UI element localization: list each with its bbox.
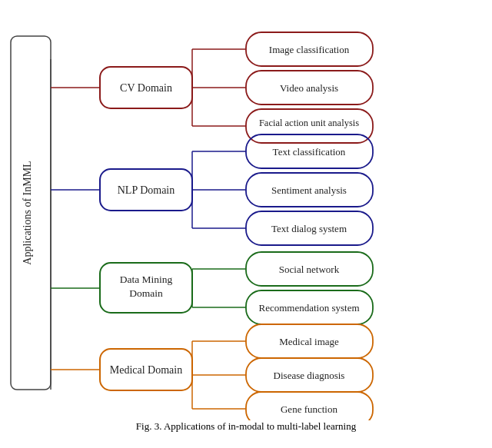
nlp-domain-label: NLP Domain — [118, 184, 175, 196]
cv-item1-label: Image classification — [269, 44, 350, 55]
cv-item2-label: Video analysis — [280, 82, 338, 94]
figure-caption: Fig. 3. Applications of in-modal to mult… — [8, 420, 484, 433]
dm-domain-label2: Domain — [129, 287, 163, 299]
root-label: Applications of InMML — [22, 161, 33, 264]
cv-item3-label: Facial action unit analysis — [259, 118, 359, 128]
cv-domain-label: CV Domain — [120, 82, 172, 94]
dm-domain-label1: Data Mining — [120, 274, 173, 285]
med-item3-label: Gene function — [281, 403, 338, 415]
nlp-item3-label: Text dialog system — [271, 223, 347, 234]
dm-item2-label: Recommendation system — [258, 302, 359, 314]
med-item2-label: Disease diagnosis — [274, 370, 345, 381]
med-item1-label: Medical image — [279, 336, 339, 347]
diagram-svg: Applications of InMML CV Domain Image cl… — [8, 13, 484, 420]
nlp-item2-label: Sentiment analysis — [271, 184, 347, 196]
med-domain-label: Medical Domain — [110, 364, 182, 376]
dm-item1-label: Social network — [279, 264, 340, 275]
diagram-container: Applications of InMML CV Domain Image cl… — [8, 13, 484, 436]
nlp-item1-label: Text classification — [273, 146, 346, 158]
